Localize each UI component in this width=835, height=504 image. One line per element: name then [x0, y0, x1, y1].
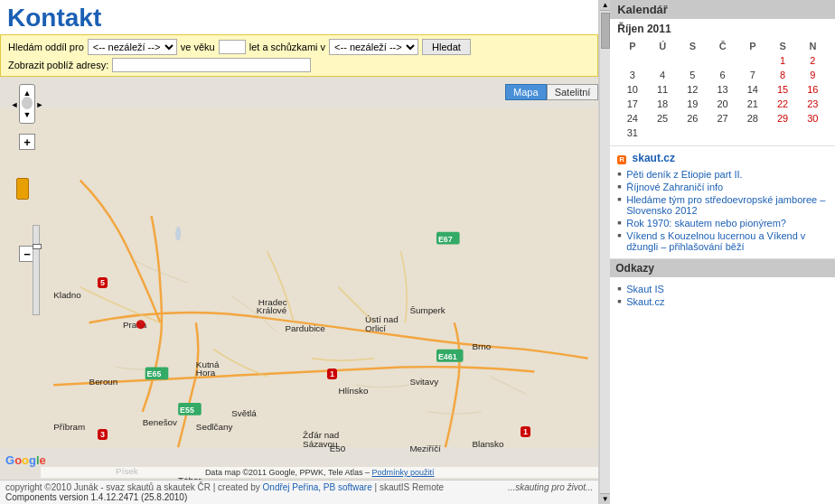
calendar-day-cell[interactable]: 29: [767, 111, 797, 126]
svg-text:Blansko: Blansko: [472, 439, 504, 449]
calendar-day-cell[interactable]: 8: [767, 68, 797, 82]
calendar-day-cell[interactable]: 6: [708, 68, 737, 82]
calendar-day-cell[interactable]: 3: [617, 68, 647, 82]
search-age-input[interactable]: [219, 40, 246, 54]
rss-header: R skaut.cz: [617, 152, 828, 164]
calendar-day-cell: [678, 126, 708, 140]
links-section: Odkazy Skaut ISSkaut.cz: [610, 259, 835, 313]
svg-text:Brno: Brno: [472, 341, 491, 351]
calendar-day-cell[interactable]: 16: [798, 82, 828, 97]
link-item: Skaut.cz: [617, 295, 828, 308]
rss-item-link[interactable]: Rok 1970: skautem nebo pionýrem?: [626, 218, 786, 229]
calendar-day-cell: [737, 53, 767, 68]
calendar-day-cell[interactable]: 22: [767, 97, 797, 111]
calendar-week-row: 24252627282930: [617, 111, 828, 126]
search-age-unit-label: let a schůzkami v: [249, 42, 325, 52]
svg-text:Benešov: Benešov: [143, 417, 177, 427]
calendar-header: Kalendář: [610, 0, 835, 19]
search-button[interactable]: Hledat: [422, 39, 471, 55]
map-footer: copyright ©2010 Junák - svaz skautů a sk…: [0, 480, 598, 504]
rss-item-link[interactable]: Hledáme tým pro středoevropské jamboree …: [626, 194, 825, 216]
calendar-day-cell[interactable]: 1: [767, 53, 797, 68]
map-badge-1[interactable]: 5: [98, 277, 108, 288]
calendar-day-cell[interactable]: 23: [798, 97, 828, 111]
calendar-day-cell[interactable]: 17: [617, 97, 647, 111]
map-nav-left[interactable]: ◄: [7, 97, 22, 113]
calendar-day-cell[interactable]: 13: [708, 82, 737, 97]
search-bar: Hledám oddíl pro <-- nezáleží --> ve věk…: [0, 34, 598, 77]
search-address-input[interactable]: [112, 58, 311, 72]
calendar-day-cell[interactable]: 20: [708, 97, 737, 111]
calendar-day-cell: [678, 53, 708, 68]
calendar-day-cell[interactable]: 19: [678, 97, 708, 111]
calendar-day-cell: [647, 126, 677, 140]
footer-version: Components version 1.4.12.2471 (25.8.201…: [5, 492, 593, 502]
sidebar-scrollbar[interactable]: ▲ ▼: [599, 0, 610, 504]
sidebar: Kalendář Říjen 2011 PÚSČPSN 123456789101…: [610, 0, 835, 504]
calendar-day-header: N: [798, 39, 828, 53]
search-address-label: Zobrazit poblíž adresy:: [8, 60, 108, 70]
calendar-day-cell[interactable]: 26: [678, 111, 708, 126]
calendar-day-cell[interactable]: 24: [617, 111, 647, 126]
calendar-day-cell[interactable]: 10: [617, 82, 647, 97]
calendar-day-cell[interactable]: 11: [647, 82, 677, 97]
rss-item-link[interactable]: Pěti deník z Etiopie part II.: [626, 169, 742, 180]
calendar-body: 1234567891011121314151617181920212223242…: [617, 53, 828, 140]
svg-text:Pardubice: Pardubice: [285, 323, 325, 333]
calendar-day-cell[interactable]: 14: [737, 82, 767, 97]
calendar-day-cell[interactable]: 30: [798, 111, 828, 126]
scroll-up-button[interactable]: ▲: [600, 0, 610, 11]
calendar-day-cell[interactable]: 21: [737, 97, 767, 111]
svg-text:E461: E461: [438, 352, 457, 361]
calendar-day-cell[interactable]: 5: [678, 68, 708, 82]
svg-text:Hora: Hora: [196, 368, 216, 378]
calendar-table: PÚSČPSN 12345678910111213141516171819202…: [617, 39, 828, 140]
pegman[interactable]: [16, 178, 29, 200]
map-nav-controls: ▲ ◄ ► ▼ + −: [7, 84, 47, 262]
calendar-day-cell[interactable]: 12: [678, 82, 708, 97]
calendar-day-cell[interactable]: 2: [798, 53, 828, 68]
calendar-day-cell: [737, 126, 767, 140]
svg-text:Sázavou: Sázavou: [303, 439, 337, 449]
calendar-day-header: P: [617, 39, 647, 53]
rss-item: Říjnové Zahraničí info: [617, 181, 828, 193]
rss-item-link[interactable]: Víkend s Kouzelnou lucernou a Víkend v d…: [626, 230, 805, 252]
map-attribution: Data map ©2011 Google, PPWK, Tele Atlas …: [41, 467, 598, 478]
google-logo: Google: [5, 453, 46, 467]
calendar-day-cell[interactable]: 7: [737, 68, 767, 82]
rss-section: R skaut.cz Pěti deník z Etiopie part II.…: [610, 146, 835, 259]
conditions-link[interactable]: Podmínky použití: [371, 468, 434, 477]
map-type-map-button[interactable]: Mapa: [505, 84, 547, 100]
svg-point-55: [136, 320, 145, 329]
calendar-day-cell[interactable]: 25: [647, 111, 677, 126]
calendar-day-cell[interactable]: 31: [617, 126, 647, 140]
calendar-day-cell[interactable]: 27: [708, 111, 737, 126]
map-type-satellite-button[interactable]: Satelitní: [547, 84, 599, 100]
map-badge-2[interactable]: 3: [98, 429, 108, 440]
calendar-day-cell[interactable]: 9: [798, 68, 828, 82]
scroll-down-button[interactable]: ▼: [600, 493, 610, 504]
calendar-day-header: P: [737, 39, 767, 53]
svg-text:Hlínsko: Hlínsko: [339, 386, 369, 396]
calendar-day-header: S: [678, 39, 708, 53]
svg-text:Beroun: Beroun: [89, 377, 118, 387]
calendar-day-cell[interactable]: 15: [767, 82, 797, 97]
search-meeting-select[interactable]: <-- nezáleží -->: [329, 39, 418, 55]
calendar-day-header: S: [767, 39, 797, 53]
calendar-day-cell: [617, 53, 647, 68]
link-item-link[interactable]: Skaut.cz: [626, 296, 664, 307]
search-division-select[interactable]: <-- nezáleží -->: [88, 39, 177, 55]
scroll-thumb[interactable]: [601, 13, 610, 49]
map-zoom-in[interactable]: +: [19, 134, 35, 150]
author-link[interactable]: Ondřej Peřina, PB software: [263, 482, 372, 492]
calendar-day-cell[interactable]: 28: [737, 111, 767, 126]
calendar-week-row: 3456789: [617, 68, 828, 82]
calendar-day-cell[interactable]: 18: [647, 97, 677, 111]
map-badge-3[interactable]: 1: [327, 369, 337, 379]
map-badge-4[interactable]: 1: [521, 426, 530, 437]
calendar-day-cell[interactable]: 4: [647, 68, 677, 82]
map-nav-right[interactable]: ►: [33, 97, 47, 113]
link-item-link[interactable]: Skaut IS: [626, 284, 664, 294]
rss-item-link[interactable]: Říjnové Zahraničí info: [626, 182, 723, 192]
rss-site-link[interactable]: skaut.cz: [633, 152, 675, 164]
